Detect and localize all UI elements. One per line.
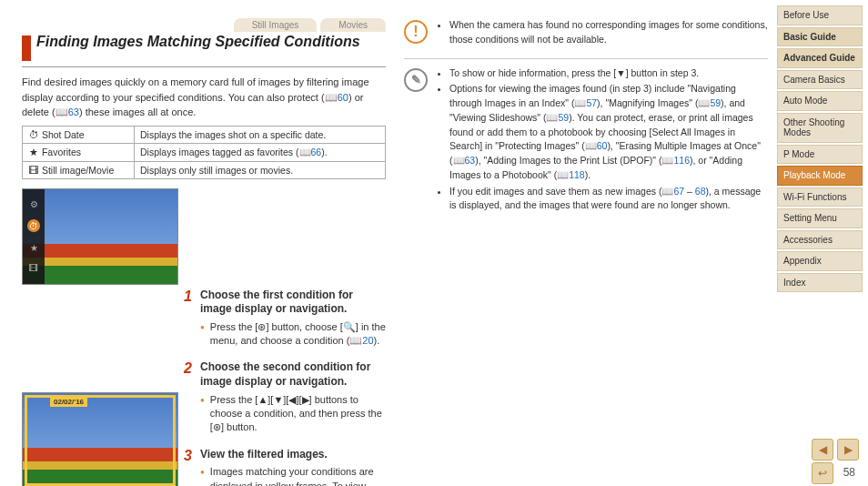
table-row: ★ FavoritesDisplays images tagged as fav… xyxy=(23,143,386,161)
filter-icon: ⚙ xyxy=(30,199,38,209)
left-column: Still Images Movies Finding Images Match… xyxy=(22,18,386,486)
sidebar-item-setting-menu[interactable]: Setting Menu xyxy=(777,208,863,228)
sidebar-item-index[interactable]: Index xyxy=(777,273,863,293)
sidebar-item-other-shooting-modes[interactable]: Other Shooting Modes xyxy=(777,113,863,143)
step-2: 2 Choose the second condition for image … xyxy=(184,360,386,434)
table-row: ⏱ Shot DateDisplays the images shot on a… xyxy=(23,126,386,143)
prev-page-button[interactable]: ◀ xyxy=(812,439,833,461)
navigation-sidebar: Before UseBasic GuideAdvanced GuideCamer… xyxy=(777,5,863,292)
sidebar-item-camera-basics[interactable]: Camera Basics xyxy=(777,70,863,90)
page-number: 58 xyxy=(843,466,855,479)
pencil-icon: ✎ xyxy=(404,68,428,92)
sidebar-item-auto-mode[interactable]: Auto Mode xyxy=(777,91,863,111)
title-accent-bar xyxy=(22,35,31,61)
filter-icon-band: ⚙ ⏱ ★ 🎞 xyxy=(23,189,45,284)
info-note: ✎ To show or hide information, press the… xyxy=(404,66,768,216)
yellow-selection-frame xyxy=(25,395,176,486)
page-ref-63[interactable]: 63 xyxy=(68,106,79,117)
sidebar-item-p-mode[interactable]: P Mode xyxy=(777,145,863,165)
tab-still-images: Still Images xyxy=(234,18,318,32)
sidebar-item-wi-fi-functions[interactable]: Wi-Fi Functions xyxy=(777,187,863,208)
step-3: 3 View the filtered images. Images match… xyxy=(184,448,386,486)
table-row: 🎞 Still image/MovieDisplays only still i… xyxy=(23,161,386,178)
filter-icon: ★ xyxy=(30,243,38,253)
page-ref-60[interactable]: 60 xyxy=(338,92,348,103)
selected-filter-icon: ⏱ xyxy=(27,219,40,232)
page-ref-20[interactable]: 20 xyxy=(362,335,373,346)
sidebar-item-advanced-guide[interactable]: Advanced Guide xyxy=(777,48,863,68)
sidebar-item-before-use[interactable]: Before Use xyxy=(777,5,863,25)
return-button[interactable]: ↩ xyxy=(812,462,833,484)
tab-movies: Movies xyxy=(320,18,386,32)
title-text: Finding Images Matching Specified Condit… xyxy=(36,34,360,50)
step-1: 1 Choose the first condition for image d… xyxy=(184,289,386,349)
right-column: ! When the camera has found no correspon… xyxy=(404,18,768,486)
intro-paragraph: Find desired images quickly on a memory … xyxy=(22,75,386,120)
media-tabs: Still Images Movies xyxy=(22,18,386,32)
camera-screenshot-2: 02/02/'16 xyxy=(22,392,178,487)
sidebar-item-playback-mode[interactable]: Playback Mode xyxy=(777,166,863,186)
sidebar-item-appendix[interactable]: Appendix xyxy=(777,251,863,271)
next-page-button[interactable]: ▶ xyxy=(837,439,859,461)
warning-icon: ! xyxy=(404,20,428,44)
conditions-table: ⏱ Shot DateDisplays the images shot on a… xyxy=(22,126,386,179)
page-ref-66[interactable]: 66 xyxy=(311,147,322,157)
clock-icon: ⏱ xyxy=(28,129,39,140)
divider xyxy=(404,58,768,59)
star-icon: ★ xyxy=(28,147,39,157)
section-title: Finding Images Matching Specified Condit… xyxy=(22,34,386,67)
steps-list: 1 Choose the first condition for image d… xyxy=(184,289,386,487)
sidebar-item-basic-guide[interactable]: Basic Guide xyxy=(777,27,863,47)
sidebar-item-accessories[interactable]: Accessories xyxy=(777,230,863,250)
camera-screenshot-1: ⚙ ⏱ ★ 🎞 xyxy=(22,188,178,285)
warning-note: ! When the camera has found no correspon… xyxy=(404,18,768,49)
filter-icon: 🎞 xyxy=(29,263,38,273)
page-nav-buttons: ◀ ▶ ↩ xyxy=(812,439,859,461)
film-icon: 🎞 xyxy=(28,165,39,176)
